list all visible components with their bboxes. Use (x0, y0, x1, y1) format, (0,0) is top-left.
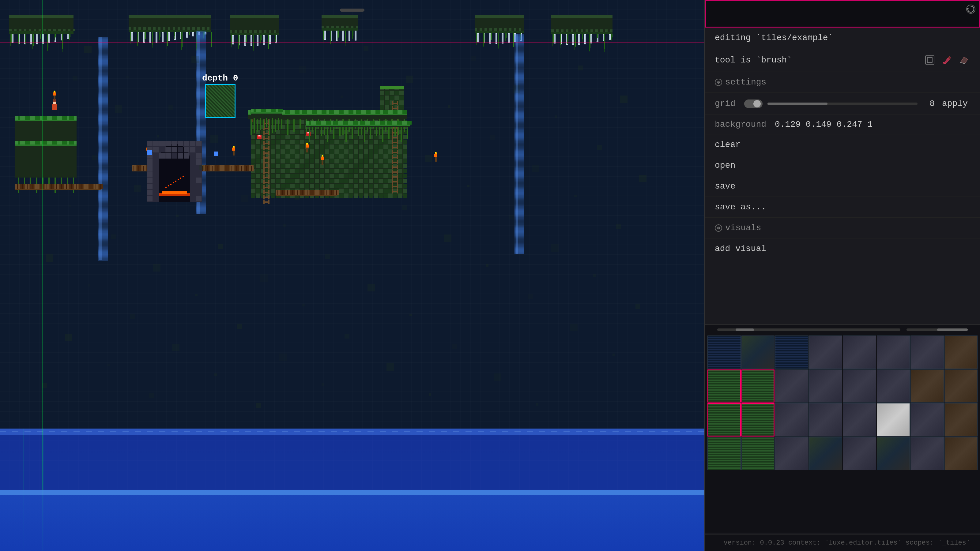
settings-expand-icon[interactable]: ⊕ (715, 79, 722, 86)
apply-button[interactable]: apply (940, 98, 970, 110)
save-as-label: save as... (715, 202, 766, 212)
tile-cell-17[interactable] (741, 403, 775, 437)
tool-icons (924, 54, 970, 66)
tile-cell-6[interactable] (910, 335, 944, 369)
svg-rect-2 (926, 56, 934, 64)
tile-cell-25[interactable] (741, 437, 775, 470)
palette-scroll-thumb-1 (736, 329, 754, 331)
search-bar[interactable] (705, 0, 980, 27)
svg-rect-3 (928, 57, 932, 62)
water-area (0, 490, 705, 551)
tile-cell-7[interactable] (945, 335, 978, 369)
svg-marker-1 (967, 8, 969, 10)
tile-cell-20[interactable] (843, 403, 876, 437)
tile-cell-8[interactable] (708, 370, 741, 403)
tile-cell-27[interactable] (809, 437, 843, 470)
depth-label: depth 0 (202, 73, 238, 83)
depth-tooltip: depth 0 (202, 73, 238, 118)
tile-cell-19[interactable] (809, 403, 843, 437)
tile-cell-16[interactable] (708, 403, 741, 437)
palette-scroll-thumb-2 (937, 329, 968, 331)
palette-scroll-track-2[interactable] (907, 329, 968, 331)
editing-label: editing `tiles/example` (715, 33, 833, 43)
open-row[interactable]: open (705, 155, 980, 176)
save-label: save (715, 181, 735, 191)
tile-cell-4[interactable] (843, 335, 876, 369)
tool-row: tool is `brush` (705, 48, 980, 72)
tile-cell-18[interactable] (775, 403, 808, 437)
grid-label: grid (715, 99, 739, 108)
tile-cell-29[interactable] (877, 437, 910, 470)
add-visual-row[interactable]: add visual (705, 238, 980, 259)
tile-cell-22[interactable] (910, 403, 944, 437)
grid-value: 8 (923, 99, 935, 108)
tile-cell-2[interactable] (775, 335, 808, 369)
settings-label: settings (725, 78, 766, 87)
tile-cell-26[interactable] (775, 437, 808, 470)
tile-cell-14[interactable] (910, 370, 944, 403)
version-bar: version: 0.0.23 context: `luxe.editor.ti… (705, 534, 980, 551)
tile-cell-3[interactable] (809, 335, 843, 369)
tile-cell-0[interactable] (708, 335, 741, 369)
water-surface (0, 490, 705, 495)
select-tool-icon[interactable] (924, 54, 936, 66)
grid-row: grid 8 apply (705, 93, 980, 115)
tile-cell-31[interactable] (945, 437, 978, 470)
corner-icon (962, 0, 980, 18)
clear-label: clear (715, 140, 740, 149)
grid-toggle[interactable] (744, 100, 762, 108)
save-row[interactable]: save (705, 176, 980, 197)
grid-slider-track[interactable] (767, 103, 918, 105)
settings-row[interactable]: ⊕ settings (705, 72, 980, 93)
svg-point-4 (943, 62, 945, 64)
tile-cell-23[interactable] (945, 403, 978, 437)
editing-label-row: editing `tiles/example` (705, 27, 980, 48)
tile-cell-13[interactable] (877, 370, 910, 403)
scene-canvas (0, 0, 705, 551)
game-scene: depth 0 (0, 0, 705, 551)
tile-cell-30[interactable] (910, 437, 944, 470)
paint-tool-icon[interactable] (941, 54, 953, 66)
background-value[interactable]: 0.129 0.149 0.247 1 (775, 120, 872, 129)
search-input[interactable] (711, 9, 974, 19)
save-as-row[interactable]: save as... (705, 197, 980, 218)
tile-cell-12[interactable] (843, 370, 876, 403)
tile-cell-9[interactable] (741, 370, 775, 403)
visuals-expand-icon[interactable]: ⊕ (715, 224, 722, 232)
tile-cell-28[interactable] (843, 437, 876, 470)
tile-cell-11[interactable] (809, 370, 843, 403)
tile-cell-10[interactable] (775, 370, 808, 403)
background-label: background (715, 120, 770, 129)
open-label: open (715, 161, 735, 170)
version-text: version: 0.0.23 context: `luxe.editor.ti… (724, 539, 970, 547)
tile-grid (705, 334, 980, 472)
refresh-icon[interactable] (965, 4, 976, 15)
top-scrollbar[interactable] (340, 9, 364, 12)
tile-cell-5[interactable] (877, 335, 910, 369)
visuals-row[interactable]: ⊕ visuals (705, 218, 980, 238)
palette-scrollbar-area (705, 325, 980, 334)
visuals-label: visuals (725, 223, 761, 233)
tile-cell-15[interactable] (945, 370, 978, 403)
grid-toggle-knob (753, 100, 761, 108)
erase-tool-icon[interactable] (958, 54, 970, 66)
palette-scroll-track-1[interactable] (717, 329, 900, 331)
clear-row[interactable]: clear (705, 134, 980, 155)
canvas-area[interactable]: depth 0 (0, 0, 705, 551)
tile-cell-24[interactable] (708, 437, 741, 470)
tile-palette[interactable] (705, 324, 980, 533)
grid-slider-fill (767, 103, 827, 105)
tile-cell-21[interactable] (877, 403, 910, 437)
depth-tile (205, 84, 235, 118)
add-visual-label: add visual (715, 244, 766, 254)
right-panel: editing `tiles/example` tool is `brush` (705, 0, 980, 551)
tool-label: tool is `brush` (715, 56, 792, 65)
tile-cell-1[interactable] (741, 335, 775, 369)
background-row: background 0.129 0.149 0.247 1 (705, 115, 980, 134)
